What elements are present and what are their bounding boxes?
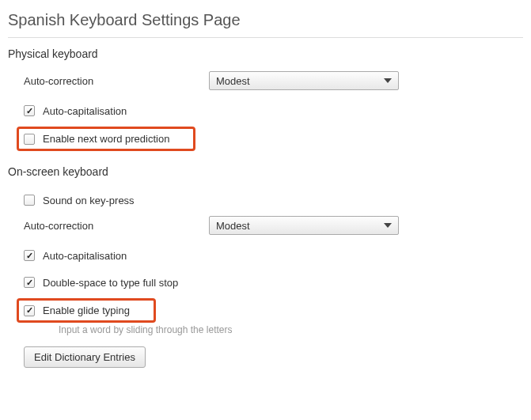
onscreen-glide-typing-checkbox[interactable] [24,305,35,316]
onscreen-double-space-label: Double-space to type full stop [43,277,178,289]
physical-auto-capitalisation-label: Auto-capitalisation [43,105,127,117]
section-onscreen-title: On-screen keyboard [8,165,523,178]
onscreen-auto-correction-label: Auto-correction [24,220,209,232]
chevron-down-icon [384,78,392,83]
page-title: Spanish Keyboard Settings Page [8,11,523,29]
physical-next-word-prediction-checkbox[interactable] [24,134,35,145]
physical-auto-correction-value: Modest [216,75,250,87]
onscreen-auto-capitalisation-label: Auto-capitalisation [43,250,127,262]
onscreen-auto-capitalisation-checkbox[interactable] [24,250,35,261]
divider [8,37,523,38]
highlight-next-word-prediction: Enable next word prediction [17,127,195,151]
chevron-down-icon [384,223,392,228]
onscreen-sound-label: Sound on key-press [43,195,135,206]
onscreen-auto-correction-select[interactable]: Modest [209,216,399,235]
onscreen-auto-correction-value: Modest [216,220,250,232]
highlight-glide-typing: Enable glide typing [17,298,156,323]
physical-next-word-prediction-label: Enable next word prediction [43,133,169,145]
onscreen-glide-typing-hint: Input a word by sliding through the lett… [59,324,523,335]
onscreen-glide-typing-label: Enable glide typing [43,305,130,316]
onscreen-sound-checkbox[interactable] [24,195,35,206]
edit-dictionary-button[interactable]: Edit Dictionary Entries [24,346,146,368]
section-physical-title: Physical keyboard [8,47,523,60]
physical-auto-capitalisation-checkbox[interactable] [24,105,35,116]
onscreen-double-space-checkbox[interactable] [24,277,35,288]
physical-auto-correction-label: Auto-correction [24,75,209,87]
physical-auto-correction-select[interactable]: Modest [209,71,399,90]
